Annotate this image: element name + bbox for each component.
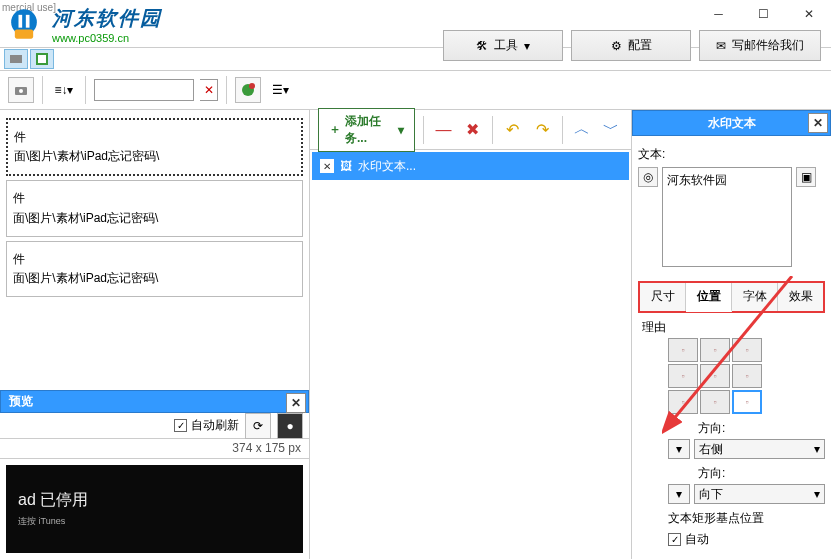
undo-icon[interactable]: ↶ [501,117,524,143]
source-list: 件 面\图片\素材\iPad忘记密码\ 件 面\图片\素材\iPad忘记密码\ … [0,110,309,390]
gear-badge-icon[interactable] [235,77,261,103]
direction-label-2: 方向: [698,465,825,482]
logo-title: 河东软件园 [52,5,162,32]
chevron-down-icon: ▾ [524,39,530,53]
anchor-tl[interactable]: ▫ [668,338,698,362]
middle-column: ＋ 添加任务... ▾ — ✖ ↶ ↷ ︿ ﹀ ✕ 🖼 水印文本... [310,110,631,559]
reason-label: 理由 [642,319,825,336]
svg-rect-1 [15,30,33,39]
target-icon[interactable]: ◎ [638,167,658,187]
refresh-icon[interactable]: ⟳ [245,413,271,439]
list-item[interactable]: 件 面\图片\素材\iPad忘记密码\ [6,241,303,297]
list-item[interactable]: 件 面\图片\素材\iPad忘记密码\ [6,180,303,236]
anchor-mc[interactable]: ▫ [700,364,730,388]
camera-icon[interactable] [8,77,34,103]
direction-select-right[interactable]: 右侧▾ [694,439,825,459]
mail-icon: ✉ [716,39,726,53]
direction-dropdown-1[interactable]: ▾ [668,439,690,459]
add-task-button[interactable]: ＋ 添加任务... ▾ [318,108,415,152]
anchor-mr[interactable]: ▫ [732,364,762,388]
svg-point-8 [19,89,23,93]
chevron-down-icon: ▾ [398,123,404,137]
svg-point-10 [249,83,255,89]
direction-select-down[interactable]: 向下▾ [694,484,825,504]
logo-icon [0,0,48,48]
config-button[interactable]: ⚙ 配置 [571,30,691,61]
anchor-bl[interactable]: ▫ [668,390,698,414]
close-icon[interactable]: ✕ [808,113,828,133]
svg-rect-6 [38,55,46,63]
task-checkbox[interactable]: ✕ [320,159,334,173]
svg-rect-4 [10,55,22,63]
anchor-br[interactable]: ▫ [732,390,762,414]
anchor-tr[interactable]: ▫ [732,338,762,362]
filter-input[interactable] [94,79,194,101]
zoom-icon[interactable]: ● [277,413,303,439]
small-tab-1[interactable] [4,49,28,69]
down-icon[interactable]: ﹀ [600,117,623,143]
watermark-text-input[interactable] [662,167,792,267]
list-options-icon[interactable]: ☰▾ [267,77,293,103]
plus-icon: ＋ [329,121,341,138]
anchor-grid: ▫▫▫ ▫▫▫ ▫▫▫ [668,338,825,414]
delete-icon[interactable]: ✖ [461,117,484,143]
watermark-panel-header: 水印文本 ✕ [632,110,831,136]
property-tabs: 尺寸 位置 字体 效果 [638,281,825,313]
header-bar: 河东软件园 www.pc0359.cn 🛠 工具 ▾ ⚙ 配置 ✉ 写邮件给我们 [0,0,831,48]
preview-header: 预览 ✕ [0,390,309,413]
preview-image: ad 已停用 连按 iTunes [6,465,303,553]
left-toolbar: ≡↓▾ ✕ ☰▾ [0,70,831,110]
text-label: 文本: [638,146,825,163]
minus-icon[interactable]: — [432,117,455,143]
direction-label-1: 方向: [698,420,825,437]
tab-effect[interactable]: 效果 [778,283,823,311]
logo-url: www.pc0359.cn [52,32,162,44]
list-item[interactable]: 件 面\图片\素材\iPad忘记密码\ [6,118,303,176]
rect-base-label: 文本矩形基点位置 [668,510,825,527]
auto-refresh-checkbox[interactable]: ✓自动刷新 [174,417,239,434]
anchor-tc[interactable]: ▫ [700,338,730,362]
up-icon[interactable]: ︿ [571,117,594,143]
small-tab-2[interactable] [30,49,54,69]
redo-icon[interactable]: ↷ [530,117,553,143]
svg-rect-3 [26,15,30,28]
anchor-ml[interactable]: ▫ [668,364,698,388]
clear-filter-icon[interactable]: ✕ [200,79,218,101]
tools-button[interactable]: 🛠 工具 ▾ [443,30,563,61]
svg-rect-2 [19,15,23,28]
direction-dropdown-2[interactable]: ▾ [668,484,690,504]
preview-dimensions: 374 x 175 px [0,439,309,459]
anchor-bc[interactable]: ▫ [700,390,730,414]
gear-icon: ⚙ [611,39,622,53]
right-column: 水印文本 ✕ 文本: ◎ ▣ 尺寸 位置 字体 效果 理由 ▫▫▫ [631,110,831,559]
sort-icon[interactable]: ≡↓▾ [51,77,77,103]
watermark-icon: 🖼 [340,159,352,173]
mail-button[interactable]: ✉ 写邮件给我们 [699,30,821,61]
close-icon[interactable]: ✕ [286,393,306,413]
expand-icon[interactable]: ▣ [796,167,816,187]
left-column: 件 面\图片\素材\iPad忘记密码\ 件 面\图片\素材\iPad忘记密码\ … [0,110,310,559]
tab-size[interactable]: 尺寸 [640,283,686,311]
auto-checkbox[interactable]: ✓自动 [668,531,825,548]
task-row[interactable]: ✕ 🖼 水印文本... [312,152,629,180]
wrench-icon: 🛠 [476,39,488,53]
tab-position[interactable]: 位置 [686,283,732,312]
tab-font[interactable]: 字体 [732,283,778,311]
logo-area: 河东软件园 www.pc0359.cn [0,0,162,48]
